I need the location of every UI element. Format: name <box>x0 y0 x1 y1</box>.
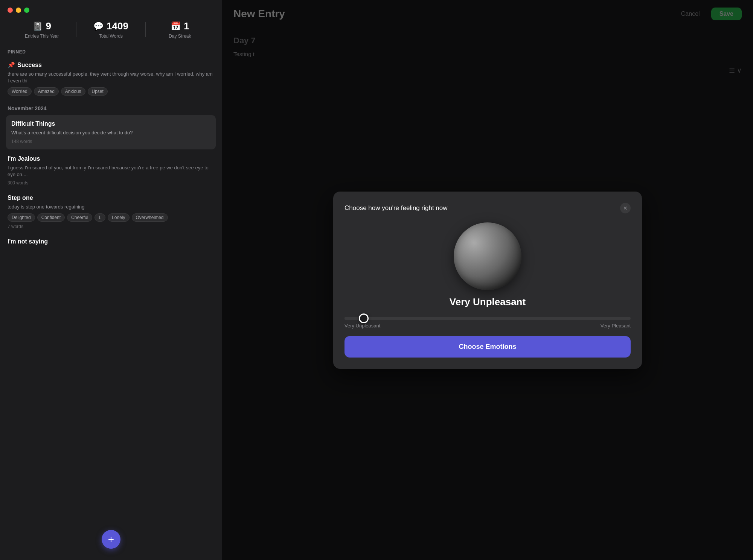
entry-preview: What's a recent difficult decision you d… <box>11 129 210 136</box>
tag[interactable]: Overwhelmed <box>132 213 168 222</box>
tag[interactable]: Confident <box>37 213 65 222</box>
entry-tags: Delighted Confident Cheerful L Lonely Ov… <box>8 213 214 222</box>
entry-title: Difficult Things <box>11 120 210 127</box>
traffic-light-yellow[interactable] <box>16 8 21 13</box>
mood-sphere <box>454 222 521 290</box>
stat-entries-label: Entries This Year <box>25 33 59 39</box>
tag[interactable]: L <box>95 213 105 222</box>
mood-label: Very Unpleasant <box>344 296 631 308</box>
stat-entries-value: 9 <box>46 20 51 32</box>
sidebar: 📓 9 Entries This Year 💬 1409 Total Words… <box>0 0 222 560</box>
list-item[interactable]: I'm not saying <box>0 234 222 252</box>
entry-preview: there are so many successful people, the… <box>8 71 214 84</box>
entry-tags: Worried Amazed Anxious Upset <box>8 87 214 96</box>
modal-header: Choose how you're feeling right now ✕ <box>344 203 631 213</box>
month-header: November 2024 <box>0 100 222 114</box>
tag[interactable]: Delighted <box>8 213 35 222</box>
close-button[interactable]: ✕ <box>620 203 631 213</box>
notebook-icon: 📓 <box>32 21 43 31</box>
word-count: 148 words <box>11 139 210 144</box>
sidebar-scroll: Pinned 📌 Success there are so many succe… <box>0 46 222 560</box>
list-item[interactable]: Difficult Things What's a recent difficu… <box>6 115 216 149</box>
tag[interactable]: Worried <box>8 87 32 96</box>
entry-title: 📌 Success <box>8 61 214 68</box>
tag[interactable]: Amazed <box>34 87 59 96</box>
stat-entries: 📓 9 Entries This Year <box>8 20 76 39</box>
mood-modal: Choose how you're feeling right now ✕ Ve… <box>333 192 642 369</box>
entry-preview: I guess I'm scared of you, not from y I'… <box>8 164 214 178</box>
stat-words-value: 1409 <box>107 20 128 32</box>
pin-icon: 📌 <box>8 61 15 68</box>
slider-thumb[interactable] <box>359 313 369 323</box>
entry-preview: today is step one towards regaining <box>8 204 214 210</box>
pinned-header: Pinned <box>0 46 222 57</box>
list-item[interactable]: I'm Jealous I guess I'm scared of you, n… <box>0 151 222 190</box>
slider-min-label: Very Unpleasant <box>344 323 380 329</box>
calendar-icon: 📅 <box>171 21 181 31</box>
traffic-light-red[interactable] <box>8 8 13 13</box>
tag[interactable]: Anxious <box>61 87 85 96</box>
stat-words: 💬 1409 Total Words <box>76 20 145 39</box>
stats-row: 📓 9 Entries This Year 💬 1409 Total Words… <box>0 17 222 46</box>
slider-track <box>344 317 631 320</box>
slider-max-label: Very Pleasant <box>601 323 631 329</box>
list-item[interactable]: Step one today is step one towards regai… <box>0 190 222 234</box>
plus-icon: + <box>108 533 114 545</box>
list-item[interactable]: 📌 Success there are so many successful p… <box>0 57 222 100</box>
speech-icon: 💬 <box>93 21 104 31</box>
stat-words-label: Total Words <box>99 33 123 39</box>
modal-overlay: Choose how you're feeling right now ✕ Ve… <box>222 0 753 560</box>
mood-sphere-container <box>344 222 631 290</box>
modal-title: Choose how you're feeling right now <box>344 204 448 212</box>
entry-title: I'm not saying <box>8 238 214 245</box>
tag[interactable]: Cheerful <box>67 213 92 222</box>
traffic-light-green[interactable] <box>24 8 29 13</box>
tag[interactable]: Lonely <box>108 213 129 222</box>
traffic-lights <box>0 0 222 17</box>
stat-streak-value: 1 <box>184 20 189 32</box>
word-count: 7 words <box>8 224 214 229</box>
choose-emotions-button[interactable]: Choose Emotions <box>344 336 631 358</box>
mood-slider[interactable] <box>344 317 631 320</box>
tag[interactable]: Upset <box>88 87 108 96</box>
stat-streak: 📅 1 Day Streak <box>146 20 214 39</box>
slider-labels: Very Unpleasant Very Pleasant <box>344 323 631 329</box>
entry-title: Step one <box>8 195 214 201</box>
entry-title: I'm Jealous <box>8 155 214 162</box>
stat-streak-label: Day Streak <box>169 33 191 39</box>
add-entry-button[interactable]: + <box>102 530 120 549</box>
word-count: 300 words <box>8 180 214 186</box>
